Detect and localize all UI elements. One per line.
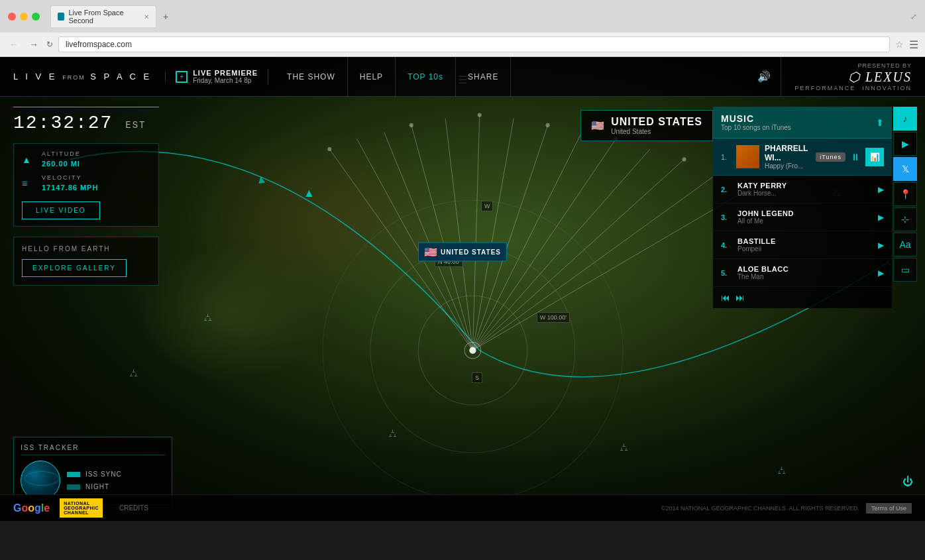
song-item-2[interactable]: 2. KATY PERRY Dark Horse... ▶ bbox=[713, 176, 892, 203]
sidebar-screen-icon[interactable]: ▭ bbox=[893, 258, 917, 282]
nav-link-help[interactable]: HELP bbox=[348, 57, 396, 97]
song-item-5[interactable]: 5. ALOE BLACC The Man ▶ bbox=[713, 259, 892, 287]
now-playing-row: 1. PHARRELL WI... Happy (Fro... iTunes ⏸… bbox=[713, 139, 892, 176]
hello-from-earth-title: HELLO FROM EARTH bbox=[22, 245, 150, 252]
explore-gallery-button[interactable]: EXPLORE GALLERY bbox=[22, 259, 127, 277]
song-artist-3: JOHN LEGEND bbox=[737, 209, 878, 217]
natgeo-logo: NATIONALGEOGRAPHICCHANNEL bbox=[60, 498, 103, 518]
nav-link-top10s[interactable]: TOP 10s bbox=[396, 57, 456, 97]
song-details-2: KATY PERRY Dark Horse... bbox=[737, 182, 878, 197]
power-button[interactable]: ⏻ bbox=[902, 476, 913, 488]
coord-label-s: S bbox=[472, 372, 482, 383]
coord-label-w: W 100.00' bbox=[537, 312, 570, 323]
live-premiere-date: Friday, March 14 8p bbox=[193, 77, 258, 84]
terms-of-use-button[interactable]: Terms of Use bbox=[866, 503, 912, 514]
tower-icon-4: ⛼ bbox=[620, 442, 629, 453]
nav-link-the-show[interactable]: THE SHOW bbox=[275, 57, 348, 97]
song-details-4: BASTILLE Pompeii bbox=[737, 237, 878, 252]
sidebar-music-icon[interactable]: ♪ bbox=[893, 107, 917, 131]
song-track-3: All of Me bbox=[737, 217, 878, 225]
browser-tab[interactable]: Live From Space Second ✕ bbox=[50, 5, 156, 27]
nav-links: THE SHOW HELP TOP 10s SHARE bbox=[268, 57, 747, 97]
forward-button[interactable]: → bbox=[27, 38, 41, 51]
music-share-icon[interactable]: ⬆ bbox=[876, 117, 884, 128]
refresh-button[interactable]: ↻ bbox=[46, 40, 53, 49]
footer: Google NATIONALGEOGRAPHICCHANNEL CREDITS… bbox=[0, 494, 925, 521]
lexus-sponsor-area: PRESENTED BY ⬡ LEXUS PERFORMANCE INNOVAT… bbox=[781, 62, 925, 91]
back-button[interactable]: ← bbox=[7, 38, 21, 51]
music-panel: MUSIC Top 10 songs on iTunes ⬆ 1. PHARRE… bbox=[713, 107, 892, 308]
clock-display: 12:32:27 EST bbox=[13, 107, 159, 133]
music-section-title: MUSIC bbox=[721, 113, 791, 124]
tab-bar: Live From Space Second ✕ + bbox=[50, 5, 172, 27]
song-item-3[interactable]: 3. JOHN LEGEND All of Me ▶ bbox=[713, 203, 892, 231]
sidebar-signal-icon[interactable]: ⊹ bbox=[893, 207, 917, 231]
browser-menu-button[interactable]: ☰ bbox=[909, 38, 918, 51]
chart-icon[interactable]: 📊 bbox=[865, 148, 884, 166]
tab-close-btn[interactable]: ✕ bbox=[144, 13, 149, 21]
credits-link[interactable]: CREDITS bbox=[119, 504, 148, 512]
footer-logos: Google NATIONALGEOGRAPHICCHANNEL CREDITS bbox=[13, 498, 148, 518]
location-flag: 🇺🇸 bbox=[591, 119, 604, 132]
iss-sync-legend: ISS SYNC bbox=[67, 471, 122, 478]
tower-icon-5: ⛼ bbox=[777, 465, 787, 476]
tab-title: Live From Space Second bbox=[68, 9, 140, 25]
browser-toolbar: ← → ↻ ☆ ☰ bbox=[0, 32, 925, 57]
music-controls: ⏮ ⏭ bbox=[713, 287, 892, 308]
song-rank-2: 2. bbox=[721, 186, 737, 194]
new-tab-button[interactable]: + bbox=[159, 10, 172, 23]
play-button-4[interactable]: ▶ bbox=[878, 241, 884, 250]
itunes-badge: iTunes bbox=[816, 152, 845, 162]
play-button-2[interactable]: ▶ bbox=[878, 185, 884, 194]
close-traffic-light[interactable] bbox=[8, 13, 16, 21]
live-video-button[interactable]: LIVE VIDEO bbox=[22, 201, 100, 219]
song-track-2: Dark Horse... bbox=[737, 190, 878, 197]
song-rank-3: 3. bbox=[721, 213, 737, 221]
next-button[interactable]: ⏭ bbox=[735, 292, 745, 303]
logo-text: L I V E FROM S P A C E bbox=[13, 72, 152, 82]
nav-link-share[interactable]: SHARE bbox=[456, 57, 511, 97]
clock-timezone: EST bbox=[125, 120, 146, 131]
night-legend: NIGHT bbox=[67, 483, 122, 490]
bookmark-button[interactable]: ☆ bbox=[895, 39, 904, 50]
tab-favicon bbox=[58, 13, 64, 21]
live-premiere-label: LIVE PREMIERE bbox=[193, 69, 258, 77]
velocity-row: ≡ VELOCITY 17147.86 MPH bbox=[22, 174, 150, 193]
live-premiere-section[interactable]: + LIVE PREMIERE Friday, March 14 8p bbox=[166, 69, 268, 84]
minimize-traffic-light[interactable] bbox=[20, 13, 28, 21]
maximize-traffic-light[interactable] bbox=[32, 13, 40, 21]
iss-tracker-title: ISS TRACKER bbox=[21, 444, 165, 455]
pause-button[interactable]: ⏸ bbox=[851, 152, 860, 162]
sound-button[interactable]: 🔊 bbox=[747, 57, 781, 97]
prev-button[interactable]: ⏮ bbox=[721, 292, 730, 303]
play-button-3[interactable]: ▶ bbox=[878, 213, 884, 222]
coord-label-w2: W bbox=[481, 201, 494, 211]
app-container: ☰ N 40.00' W 100.00' S W ⛼ ⛼ ⛼ ⛼ ⛼ ⛼ L I… bbox=[0, 57, 925, 521]
altitude-row: ▲ ALTITUDE 260.00 MI bbox=[22, 150, 150, 169]
now-playing-artist: PHARRELL WI... bbox=[765, 144, 810, 162]
address-bar[interactable] bbox=[58, 36, 890, 52]
now-playing-track: Happy (Fro... bbox=[765, 162, 810, 170]
resize-icon[interactable]: ⤢ bbox=[910, 12, 917, 21]
velocity-icon: ≡ bbox=[22, 178, 35, 189]
hello-from-earth-section: HELLO FROM EARTH EXPLORE GALLERY bbox=[13, 237, 159, 286]
song-track-5: The Man bbox=[737, 273, 878, 280]
sidebar-font-icon[interactable]: Aa bbox=[893, 233, 917, 256]
song-artist-2: KATY PERRY bbox=[737, 182, 878, 190]
sidebar-play-icon[interactable]: ▶ bbox=[893, 132, 917, 156]
sidebar-map-icon[interactable]: 📍 bbox=[893, 182, 917, 206]
song-list: 2. KATY PERRY Dark Horse... ▶ 3. JOHN LE… bbox=[713, 176, 892, 287]
lexus-tagline: PERFORMANCE INNOVATION bbox=[794, 85, 912, 91]
tower-icon-2: ⛼ bbox=[203, 312, 213, 323]
map-country-label: UNITED STATES bbox=[441, 249, 501, 256]
tower-icon-3: ⛼ bbox=[388, 428, 398, 439]
google-logo: Google bbox=[13, 502, 50, 514]
altitude-value: 260.00 MI bbox=[42, 160, 80, 168]
iss-legend: ISS SYNC NIGHT bbox=[67, 471, 122, 490]
live-icon: + bbox=[176, 71, 188, 83]
velocity-label: VELOCITY bbox=[42, 174, 98, 181]
sidebar-twitter-icon[interactable]: 𝕏 bbox=[893, 157, 917, 181]
song-item-4[interactable]: 4. BASTILLE Pompeii ▶ bbox=[713, 231, 892, 259]
play-button-5[interactable]: ▶ bbox=[878, 268, 884, 278]
tower-icon-1: ⛼ bbox=[129, 368, 138, 378]
